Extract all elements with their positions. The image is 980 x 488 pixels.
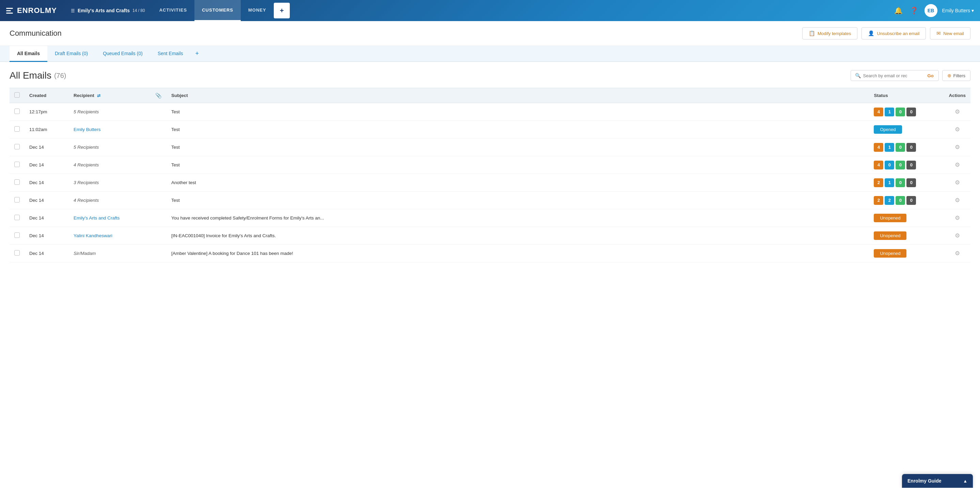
cell-actions: ⚙ [944,192,970,209]
paperclip-icon: 📎 [155,93,162,98]
row-actions-gear-button[interactable]: ⚙ [952,125,963,135]
main-nav: ACTIVITIES CUSTOMERS MONEY + [152,0,290,21]
recipient-text: Sir/Madam [73,251,96,256]
notification-bell-icon[interactable]: 🔔 [893,5,904,16]
cell-subject: Test [167,103,869,121]
th-checkbox [10,88,24,103]
cell-recipient: Sir/Madam [69,245,151,262]
status-unopened-badge: Unopened [874,231,907,240]
th-subject: Subject [167,88,869,103]
row-checkbox[interactable] [14,233,20,238]
th-created[interactable]: Created [24,88,69,103]
search-icon: 🔍 [855,73,861,78]
nav-money[interactable]: MONEY [241,0,274,21]
page-header: Communication 📋 Modify templates 👤 Unsub… [0,21,980,46]
row-checkbox[interactable] [14,144,20,149]
filters-button[interactable]: ⊕ Filters [942,70,970,81]
th-actions: Actions [944,88,970,103]
cell-attachment [151,192,167,209]
nav-activities[interactable]: ACTIVITIES [152,0,195,21]
cell-created: Dec 14 [24,209,69,227]
new-email-button[interactable]: ✉ New email [930,27,970,40]
row-actions-gear-button[interactable]: ⚙ [952,177,963,187]
cell-recipient[interactable]: Yalini Kandheswari [69,227,151,245]
recipient-link[interactable]: Emily Butters [73,127,101,132]
cell-recipient[interactable]: Emily's Arts and Crafts [69,209,151,227]
row-actions-gear-button[interactable]: ⚙ [952,249,963,258]
cell-attachment [151,121,167,138]
status-opened-badge: Opened [874,125,902,134]
table-row: Dec 145 RecipientsTest4100⚙ [10,138,970,156]
user-avatar[interactable]: EB [924,4,937,17]
cell-created: Dec 14 [24,174,69,192]
status-badge-dark: 0 [907,143,916,152]
cell-actions: ⚙ [944,121,970,138]
table-row: Dec 14Sir/Madam[Amber Valentine] A booki… [10,245,970,262]
nav-plus-button[interactable]: + [274,3,290,18]
search-input[interactable] [863,73,924,78]
guide-header[interactable]: Enrolmy Guide ▲ [902,474,973,488]
row-checkbox[interactable] [14,126,20,132]
cell-status: 4100 [869,138,944,156]
select-all-checkbox[interactable] [14,92,20,98]
tab-queued-emails[interactable]: Queued Emails (0) [95,46,150,62]
row-checkbox[interactable] [14,197,20,203]
tab-draft-emails[interactable]: Draft Emails (0) [47,46,95,62]
cell-recipient[interactable]: Emily Butters [69,121,151,138]
th-recipient[interactable]: Recipient ⇄ [69,88,151,103]
user-name-button[interactable]: Emily Butters ▾ [942,8,974,13]
emails-count: (76) [54,72,67,80]
app-header: ENROLMY ☰ Emily's Arts and Crafts 14 / 8… [0,0,980,21]
cell-attachment [151,156,167,174]
logo-text: ENROLMY [17,6,57,15]
cell-created: 11:02am [24,121,69,138]
modify-templates-icon: 📋 [809,30,815,36]
status-badge-orange: 4 [874,108,883,116]
tab-sent-emails[interactable]: Sent Emails [150,46,191,62]
cell-actions: ⚙ [944,227,970,245]
table-row: Dec 144 RecipientsTest4000⚙ [10,156,970,174]
hamburger-icon: ☰ [71,8,75,13]
status-badge-green: 0 [896,196,905,205]
cell-subject: Test [167,121,869,138]
page-content: Communication 📋 Modify templates 👤 Unsub… [0,21,980,488]
header-right: 🔔 ❓ EB Emily Butters ▾ [893,4,974,17]
status-badge-blue: 1 [885,178,894,187]
row-actions-gear-button[interactable]: ⚙ [952,107,963,117]
th-attachment: 📎 [151,88,167,103]
status-badge-blue: 1 [885,143,894,152]
row-checkbox[interactable] [14,179,20,185]
recipient-link[interactable]: Emily's Arts and Crafts [73,215,119,220]
row-actions-gear-button[interactable]: ⚙ [952,160,963,170]
add-tab-button[interactable]: + [191,47,204,60]
row-actions-gear-button[interactable]: ⚙ [952,213,963,223]
nav-customers[interactable]: CUSTOMERS [194,0,241,21]
help-icon[interactable]: ❓ [909,5,920,16]
recipient-link[interactable]: Yalini Kandheswari [73,233,112,238]
recipient-text: 4 Recipients [73,198,99,203]
row-actions-gear-button[interactable]: ⚙ [952,195,963,205]
cell-actions: ⚙ [944,209,970,227]
sub-tabs: All Emails Draft Emails (0) Queued Email… [0,46,980,62]
emails-table: Created Recipient ⇄ 📎 Subject Status [10,88,970,262]
search-go-button[interactable]: Go [927,73,934,78]
unsubscribe-email-button[interactable]: 👤 Unsubscribe an email [862,27,926,40]
org-info[interactable]: ☰ Emily's Arts and Crafts 14 / 80 [71,8,145,13]
row-actions-gear-button[interactable]: ⚙ [952,231,963,241]
org-count: 14 / 80 [132,8,145,13]
cell-attachment [151,174,167,192]
tab-all-emails[interactable]: All Emails [10,46,47,62]
row-checkbox[interactable] [14,109,20,114]
row-checkbox[interactable] [14,250,20,255]
row-actions-gear-button[interactable]: ⚙ [952,142,963,152]
status-badge-blue: 2 [885,196,894,205]
cell-created: 12:17pm [24,103,69,121]
table-row: Dec 144 RecipientsTest2200⚙ [10,192,970,209]
row-checkbox[interactable] [14,162,20,167]
new-email-icon: ✉ [936,30,941,36]
logo[interactable]: ENROLMY [6,6,67,15]
row-checkbox[interactable] [14,215,20,220]
modify-templates-button[interactable]: 📋 Modify templates [802,27,858,40]
cell-subject: Test [167,192,869,209]
cell-subject: Test [167,138,869,156]
